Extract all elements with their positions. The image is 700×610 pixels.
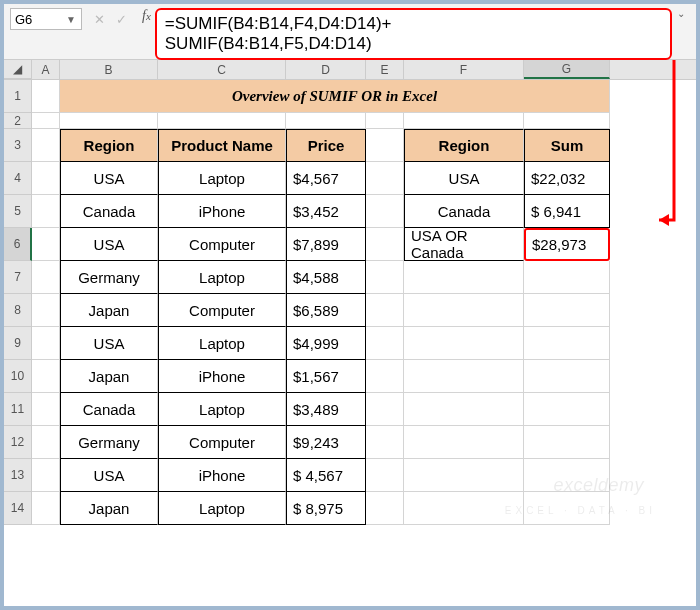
watermark-sub: EXCEL · DATA · BI	[505, 505, 656, 516]
annotation-arrow	[4, 4, 700, 610]
svg-marker-0	[659, 214, 669, 226]
watermark-text: exceldemy	[553, 475, 644, 496]
